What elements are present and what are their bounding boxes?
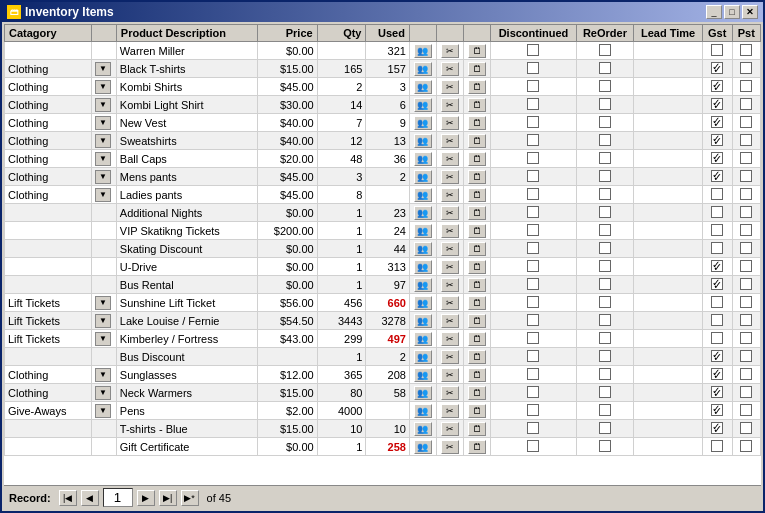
reorder-checkbox[interactable] <box>599 206 611 218</box>
gst-checkbox[interactable]: ✓ <box>711 80 723 92</box>
gst-checkbox[interactable]: ✓ <box>711 134 723 146</box>
dropdown-button[interactable]: ▼ <box>95 98 111 112</box>
gst-checkbox[interactable] <box>711 44 723 56</box>
edit-icon[interactable]: 👥 <box>414 260 432 274</box>
gst-checkbox[interactable]: ✓ <box>711 386 723 398</box>
cell-icon1[interactable]: 👥 <box>409 114 436 132</box>
cell-icon3[interactable]: 🗒 <box>464 240 491 258</box>
pst-checkbox[interactable] <box>740 368 752 380</box>
discontinued-checkbox[interactable] <box>527 242 539 254</box>
reorder-checkbox[interactable] <box>599 242 611 254</box>
cell-icon3[interactable]: 🗒 <box>464 168 491 186</box>
cell-discontinued[interactable] <box>491 78 576 96</box>
delete-icon[interactable]: ✂ <box>441 116 459 130</box>
edit-icon[interactable]: 👥 <box>414 440 432 454</box>
cell-icon1[interactable]: 👥 <box>409 168 436 186</box>
cell-icon1[interactable]: 👥 <box>409 294 436 312</box>
nav-new-button[interactable]: ▶* <box>181 490 199 506</box>
cell-reorder[interactable] <box>576 438 634 456</box>
gst-checkbox[interactable]: ✓ <box>711 368 723 380</box>
cell-icon3[interactable]: 🗒 <box>464 42 491 60</box>
cell-discontinued[interactable] <box>491 294 576 312</box>
cell-discontinued[interactable] <box>491 348 576 366</box>
cell-gst[interactable]: ✓ <box>702 150 732 168</box>
cell-reorder[interactable] <box>576 150 634 168</box>
cell-icon1[interactable]: 👥 <box>409 42 436 60</box>
dropdown-button[interactable]: ▼ <box>95 170 111 184</box>
info-icon[interactable]: 🗒 <box>468 44 486 58</box>
gst-checkbox[interactable] <box>711 242 723 254</box>
dropdown-button[interactable]: ▼ <box>95 368 111 382</box>
cell-gst[interactable]: ✓ <box>702 96 732 114</box>
cell-reorder[interactable] <box>576 294 634 312</box>
cell-icon2[interactable]: ✂ <box>437 276 464 294</box>
cell-discontinued[interactable] <box>491 204 576 222</box>
cell-discontinued[interactable] <box>491 312 576 330</box>
cell-pst[interactable] <box>732 78 760 96</box>
cell-dropdown[interactable]: ▼ <box>91 330 116 348</box>
cell-dropdown[interactable]: ▼ <box>91 312 116 330</box>
reorder-checkbox[interactable] <box>599 134 611 146</box>
cell-reorder[interactable] <box>576 132 634 150</box>
cell-pst[interactable] <box>732 438 760 456</box>
discontinued-checkbox[interactable] <box>527 134 539 146</box>
cell-discontinued[interactable] <box>491 276 576 294</box>
cell-icon2[interactable]: ✂ <box>437 96 464 114</box>
reorder-checkbox[interactable] <box>599 368 611 380</box>
gst-checkbox[interactable] <box>711 206 723 218</box>
cell-discontinued[interactable] <box>491 42 576 60</box>
pst-checkbox[interactable] <box>740 278 752 290</box>
delete-icon[interactable]: ✂ <box>441 386 459 400</box>
info-icon[interactable]: 🗒 <box>468 206 486 220</box>
info-icon[interactable]: 🗒 <box>468 332 486 346</box>
delete-icon[interactable]: ✂ <box>441 170 459 184</box>
cell-gst[interactable]: ✓ <box>702 348 732 366</box>
cell-icon1[interactable]: 👥 <box>409 204 436 222</box>
discontinued-checkbox[interactable] <box>527 62 539 74</box>
cell-icon2[interactable]: ✂ <box>437 348 464 366</box>
cell-reorder[interactable] <box>576 348 634 366</box>
pst-checkbox[interactable] <box>740 440 752 452</box>
discontinued-checkbox[interactable] <box>527 440 539 452</box>
cell-gst[interactable] <box>702 294 732 312</box>
edit-icon[interactable]: 👥 <box>414 368 432 382</box>
gst-checkbox[interactable]: ✓ <box>711 404 723 416</box>
edit-icon[interactable]: 👥 <box>414 170 432 184</box>
delete-icon[interactable]: ✂ <box>441 62 459 76</box>
delete-icon[interactable]: ✂ <box>441 206 459 220</box>
cell-icon2[interactable]: ✂ <box>437 168 464 186</box>
gst-checkbox[interactable]: ✓ <box>711 422 723 434</box>
cell-reorder[interactable] <box>576 402 634 420</box>
cell-gst[interactable]: ✓ <box>702 114 732 132</box>
cell-reorder[interactable] <box>576 312 634 330</box>
pst-checkbox[interactable] <box>740 170 752 182</box>
edit-icon[interactable]: 👥 <box>414 188 432 202</box>
info-icon[interactable]: 🗒 <box>468 350 486 364</box>
cell-dropdown[interactable]: ▼ <box>91 402 116 420</box>
nav-first-button[interactable]: |◀ <box>59 490 77 506</box>
cell-pst[interactable] <box>732 312 760 330</box>
discontinued-checkbox[interactable] <box>527 80 539 92</box>
cell-icon2[interactable]: ✂ <box>437 222 464 240</box>
cell-icon1[interactable]: 👥 <box>409 348 436 366</box>
cell-icon2[interactable]: ✂ <box>437 312 464 330</box>
cell-icon3[interactable]: 🗒 <box>464 150 491 168</box>
cell-icon1[interactable]: 👥 <box>409 402 436 420</box>
cell-icon3[interactable]: 🗒 <box>464 204 491 222</box>
cell-gst[interactable] <box>702 438 732 456</box>
cell-discontinued[interactable] <box>491 150 576 168</box>
cell-icon3[interactable]: 🗒 <box>464 348 491 366</box>
cell-icon2[interactable]: ✂ <box>437 420 464 438</box>
cell-icon1[interactable]: 👥 <box>409 78 436 96</box>
discontinued-checkbox[interactable] <box>527 332 539 344</box>
cell-icon1[interactable]: 👥 <box>409 330 436 348</box>
cell-dropdown[interactable]: ▼ <box>91 168 116 186</box>
cell-gst[interactable]: ✓ <box>702 78 732 96</box>
reorder-checkbox[interactable] <box>599 314 611 326</box>
cell-discontinued[interactable] <box>491 402 576 420</box>
cell-icon1[interactable]: 👥 <box>409 222 436 240</box>
gst-checkbox[interactable] <box>711 314 723 326</box>
gst-checkbox[interactable] <box>711 332 723 344</box>
cell-gst[interactable] <box>702 204 732 222</box>
edit-icon[interactable]: 👥 <box>414 152 432 166</box>
